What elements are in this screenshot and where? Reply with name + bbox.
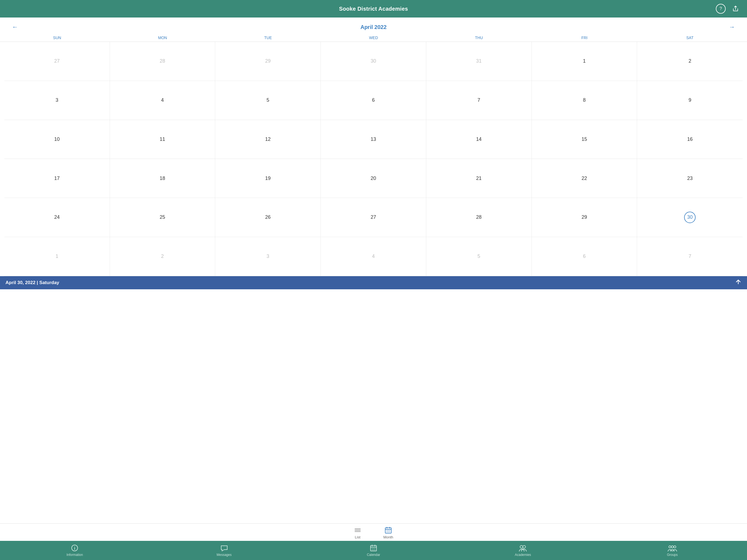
day-number: 2 xyxy=(684,55,696,67)
day-number: 19 xyxy=(262,173,274,184)
nav-label-messages: Messages xyxy=(216,553,232,557)
calendar-cell[interactable]: 6 xyxy=(321,81,426,120)
calendar-cell[interactable]: 8 xyxy=(532,81,637,120)
calendar-cell[interactable]: 15 xyxy=(532,120,637,159)
day-number: 15 xyxy=(578,133,590,145)
calendar-cell[interactable]: 11 xyxy=(110,120,215,159)
calendar-cell[interactable]: 2 xyxy=(637,42,743,81)
calendar-cell[interactable]: 19 xyxy=(215,159,321,198)
calendar-cell[interactable]: 3 xyxy=(215,237,321,276)
prev-month-button[interactable]: ← xyxy=(9,22,21,32)
calendar-cell[interactable]: 5 xyxy=(426,237,532,276)
app-title: Sooke District Academies xyxy=(339,6,408,12)
list-view-button[interactable]: List xyxy=(354,526,361,539)
calendar-cell[interactable]: 13 xyxy=(321,120,426,159)
collapse-button[interactable] xyxy=(735,279,742,286)
calendar-cell[interactable]: 29 xyxy=(215,42,321,81)
calendar-cell[interactable]: 10 xyxy=(4,120,110,159)
calendar-cell[interactable]: 31 xyxy=(426,42,532,81)
month-view-button[interactable]: Month xyxy=(383,526,393,539)
selected-date-text: April 30, 2022 | Saturday xyxy=(5,280,59,285)
calendar-cell[interactable]: 1 xyxy=(532,42,637,81)
calendar-cell[interactable]: 4 xyxy=(110,81,215,120)
calendar-cell[interactable]: 1 xyxy=(4,237,110,276)
calendar-cell[interactable]: 23 xyxy=(637,159,743,198)
day-header-sun: SUN xyxy=(4,34,110,42)
events-area xyxy=(0,289,747,524)
calendar-cell[interactable]: 3 xyxy=(4,81,110,120)
calendar-grid: 2728293031123456789101112131415161718192… xyxy=(0,42,747,276)
calendar-cell[interactable]: 25 xyxy=(110,198,215,237)
calendar-cell[interactable]: 12 xyxy=(215,120,321,159)
day-number: 31 xyxy=(473,55,485,67)
calendar-cell[interactable]: 9 xyxy=(637,81,743,120)
header-icons: ? xyxy=(716,4,741,14)
day-number: 25 xyxy=(157,212,168,223)
calendar-cell[interactable]: 20 xyxy=(321,159,426,198)
day-headers: SUN MON TUE WED THU FRI SAT xyxy=(0,34,747,42)
nav-item-messages[interactable]: Messages xyxy=(149,544,299,557)
month-view-label: Month xyxy=(383,535,393,539)
day-header-wed: WED xyxy=(321,34,426,42)
svg-point-33 xyxy=(674,546,676,548)
share-button[interactable] xyxy=(730,4,741,14)
calendar-cell[interactable]: 26 xyxy=(215,198,321,237)
calendar-cell[interactable]: 30 xyxy=(321,42,426,81)
calendar-cell[interactable]: 24 xyxy=(4,198,110,237)
nav-label-academies: Academies xyxy=(515,553,531,557)
day-number: 29 xyxy=(578,212,590,223)
nav-item-academies[interactable]: Academies xyxy=(448,544,597,557)
day-number: 11 xyxy=(157,133,168,145)
day-number: 7 xyxy=(684,251,696,262)
day-number: 14 xyxy=(473,133,485,145)
calendar-cell[interactable]: 28 xyxy=(426,198,532,237)
day-number: 22 xyxy=(578,173,590,184)
selected-date-bar: April 30, 2022 | Saturday xyxy=(0,276,747,289)
calendar-cell[interactable]: 29 xyxy=(532,198,637,237)
day-number: 10 xyxy=(51,133,62,145)
day-header-thu: THU xyxy=(426,34,532,42)
nav-label-calendar: Calendar xyxy=(367,553,380,557)
calendar-cell[interactable]: 28 xyxy=(110,42,215,81)
nav-item-calendar[interactable]: Calendar xyxy=(299,544,448,557)
day-number: 21 xyxy=(473,173,485,184)
calendar-cell[interactable]: 7 xyxy=(426,81,532,120)
nav-item-information[interactable]: Information xyxy=(0,544,149,557)
calendar-cell[interactable]: 22 xyxy=(532,159,637,198)
list-icon xyxy=(354,526,361,534)
calendar-cell[interactable]: 27 xyxy=(321,198,426,237)
calendar-cell[interactable]: 18 xyxy=(110,159,215,198)
day-number: 2 xyxy=(157,251,168,262)
day-number: 27 xyxy=(51,55,62,67)
calendar-icon xyxy=(370,544,377,552)
day-number: 23 xyxy=(684,173,696,184)
calendar-cell[interactable]: 16 xyxy=(637,120,743,159)
calendar-cell[interactable]: 2 xyxy=(110,237,215,276)
next-month-button[interactable]: → xyxy=(726,22,738,32)
calendar-cell[interactable]: 5 xyxy=(215,81,321,120)
day-number: 18 xyxy=(157,173,168,184)
nav-label-information: Information xyxy=(67,553,83,557)
calendar-cell[interactable]: 14 xyxy=(426,120,532,159)
day-number: 13 xyxy=(367,133,379,145)
day-header-fri: FRI xyxy=(532,34,637,42)
calendar-cell[interactable]: 7 xyxy=(637,237,743,276)
day-number: 4 xyxy=(367,251,379,262)
day-number: 12 xyxy=(262,133,274,145)
calendar-cell[interactable]: 27 xyxy=(4,42,110,81)
share-icon xyxy=(732,5,739,12)
calendar-cell[interactable]: 6 xyxy=(532,237,637,276)
calendar-cell[interactable]: 21 xyxy=(426,159,532,198)
day-number: 20 xyxy=(367,173,379,184)
groups-icon xyxy=(668,544,677,552)
list-view-label: List xyxy=(355,535,360,539)
calendar-cell[interactable]: 30 xyxy=(637,198,743,237)
top-header: Sooke District Academies ? xyxy=(0,0,747,18)
day-number: 17 xyxy=(51,173,62,184)
nav-item-groups[interactable]: Groups xyxy=(598,544,747,557)
calendar-cell[interactable]: 4 xyxy=(321,237,426,276)
nav-label-groups: Groups xyxy=(667,553,677,557)
help-button[interactable]: ? xyxy=(716,4,726,14)
day-number: 24 xyxy=(51,212,62,223)
calendar-cell[interactable]: 17 xyxy=(4,159,110,198)
